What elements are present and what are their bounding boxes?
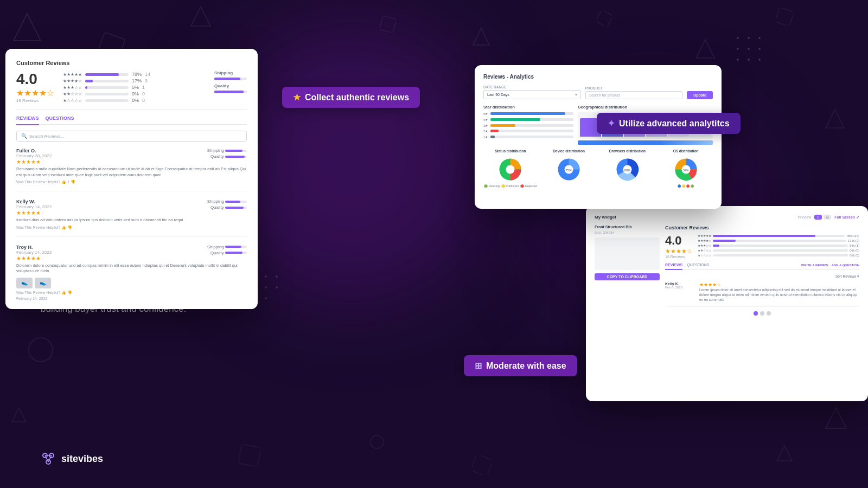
svg-marker-6 bbox=[696, 40, 714, 58]
analytics-apply-btn[interactable]: Update bbox=[687, 91, 713, 99]
svg-rect-7 bbox=[776, 8, 793, 25]
svg-marker-13 bbox=[12, 408, 26, 422]
reviews-divider-1 bbox=[16, 110, 247, 110]
deco-shape-18 bbox=[776, 445, 793, 462]
svg-marker-0 bbox=[14, 14, 41, 41]
search-placeholder-text: Search Reviews... bbox=[29, 134, 64, 139]
device-dist: Device distribution 75% bbox=[542, 149, 596, 188]
bar-row-1: ★☆☆☆☆ 0%0 bbox=[63, 98, 206, 103]
widget-review-stars: ★★★★☆ bbox=[699, 282, 859, 287]
status-title: Status distribution bbox=[495, 149, 526, 153]
svg-rect-16 bbox=[472, 455, 492, 475]
review-item-2: Kelly W. February 14, 2022 Shipping Qual… bbox=[16, 199, 247, 237]
review-text-3: Dolorem dolore consequatur und ad compas… bbox=[16, 263, 247, 274]
browser-title: Browsers distribution bbox=[609, 149, 646, 153]
widget-title: My Widget bbox=[595, 215, 616, 220]
screenshot-widget: My Widget Preview D M Full Screen ⤢ Fron… bbox=[586, 206, 868, 401]
review-date-3: February 14, 2022 bbox=[16, 297, 247, 300]
svg-text:80%: 80% bbox=[624, 169, 630, 172]
write-review-btn[interactable]: WRITE A REVIEW bbox=[801, 264, 828, 267]
screenshot-analytics: Reviews - Analytics DATE RANGE Last 90 D… bbox=[475, 65, 722, 209]
badge-collect-label: Collect authentic reviews bbox=[305, 93, 409, 102]
copy-to-clipboard-btn[interactable]: COPY TO CLIPBOARD bbox=[595, 273, 660, 280]
deco-shape-16 bbox=[369, 434, 385, 450]
filter-product-label: PRODUCT bbox=[585, 86, 683, 90]
ask-question-btn[interactable]: ASK A QUESTION bbox=[832, 264, 859, 267]
star-dist-title: Star distribution bbox=[483, 105, 573, 110]
reviews-stars: ★★★★☆ bbox=[16, 88, 54, 98]
filter-date-value[interactable]: Last 90 Days ▾ bbox=[483, 90, 581, 99]
review-image-2: 👟 bbox=[35, 278, 51, 288]
helpful-3: Was This Review Helpful? 👍 👎 bbox=[16, 291, 247, 295]
page-dot-2[interactable] bbox=[760, 311, 764, 316]
widget-preview-label: Preview bbox=[797, 215, 811, 219]
page-dot-1[interactable] bbox=[754, 311, 758, 316]
helpful-2: Was This Review Helpful? 👍 👎 bbox=[16, 226, 247, 230]
review-item-3: Troy H. February 14, 2022 Shipping Quali… bbox=[16, 245, 247, 307]
widget-toggle[interactable]: D M bbox=[814, 215, 831, 220]
reviews-tabs: REVIEWS QUESTIONS bbox=[16, 115, 247, 125]
deco-shape-1 bbox=[11, 11, 43, 43]
svg-rect-3 bbox=[380, 16, 396, 33]
widget-product-img bbox=[595, 237, 660, 270]
deco-shape-17 bbox=[472, 455, 492, 475]
review-text-1: Recusandis nulla cupiditate Nam perferen… bbox=[16, 166, 247, 178]
badge-collect: ★ Collect authentic reviews bbox=[282, 87, 420, 108]
reviews-count: 18 Reviews bbox=[16, 98, 54, 103]
screenshot-reviews: Customer Reviews 4.0 ★★★★☆ 18 Reviews ★★… bbox=[5, 49, 258, 309]
svg-text:54%: 54% bbox=[683, 169, 689, 172]
deco-shape-15 bbox=[239, 445, 260, 466]
badge-collect-icon: ★ bbox=[293, 92, 301, 102]
widget-tab-reviews[interactable]: REVIEWS bbox=[665, 263, 682, 270]
os-title: OS distribution bbox=[673, 149, 699, 153]
review-stars-3: ★★★★★ bbox=[16, 255, 247, 261]
reviewer-name-2: Kelly W. bbox=[16, 199, 52, 204]
logo-text: sitevibes bbox=[61, 453, 103, 465]
svg-rect-14 bbox=[239, 445, 260, 466]
review-text-2: Incidunt dius ad voluptatem aaspa Ipsum … bbox=[16, 217, 247, 223]
tab-questions[interactable]: QUESTIONS bbox=[46, 115, 74, 121]
tab-reviews[interactable]: REVIEWS bbox=[16, 115, 39, 125]
reviews-search[interactable]: 🔍 Search Reviews... bbox=[16, 131, 247, 142]
pagination bbox=[665, 311, 859, 316]
deco-dots-1 bbox=[732, 33, 776, 76]
reviewer-name-3: Troy H. bbox=[16, 245, 52, 250]
widget-section-1: Front Structured Bib bbox=[595, 225, 660, 229]
svg-point-12 bbox=[29, 338, 53, 362]
device-pie: 75% bbox=[554, 155, 584, 184]
widget-reviews-title: Customer Reviews bbox=[665, 225, 859, 230]
device-title: Device distribution bbox=[553, 149, 585, 153]
filter-product-input[interactable]: Search for product bbox=[585, 91, 683, 99]
svg-marker-4 bbox=[473, 28, 489, 45]
deco-shape-4 bbox=[380, 16, 396, 33]
svg-marker-18 bbox=[826, 408, 846, 428]
svg-point-22 bbox=[737, 37, 739, 39]
bar-row-5: ★★★★★ 78%14 bbox=[63, 72, 206, 77]
browser-dist: Browsers distribution 80% bbox=[601, 149, 655, 188]
widget-sku: SKU: 234234 bbox=[595, 231, 660, 234]
widget-stars: ★★★★☆ bbox=[665, 248, 692, 255]
review-image-1: 👟 bbox=[16, 278, 33, 288]
reviewer-date-1: February 28, 2022 bbox=[16, 153, 52, 158]
widget-rating: 4.0 bbox=[665, 234, 692, 248]
widget-tab-questions[interactable]: QUESTIONS bbox=[687, 263, 709, 267]
sort-reviews[interactable]: Sort Reviews ▾ bbox=[835, 274, 859, 279]
svg-point-28 bbox=[737, 59, 739, 61]
svg-point-25 bbox=[737, 48, 739, 50]
review-stars-2: ★★★★★ bbox=[16, 210, 247, 216]
reviewer-date-3: February 14, 2022 bbox=[16, 250, 52, 255]
svg-point-52 bbox=[506, 165, 515, 174]
reviews-title: Customer Reviews bbox=[16, 60, 247, 66]
badge-moderate-icon: ⊞ bbox=[475, 361, 482, 371]
svg-text:75%: 75% bbox=[566, 169, 573, 172]
bar-row-3: ★★★☆☆ 5%1 bbox=[63, 85, 206, 90]
reviews-overall-rating: 4.0 bbox=[16, 70, 54, 88]
widget-review-item: Kelly K. Feb 8, 2022 ★★★★☆ Lorem ipsum d… bbox=[665, 282, 859, 307]
page-dot-3[interactable] bbox=[767, 311, 771, 316]
widget-review-text: Lorem ipsum dolor sit amet consectetur a… bbox=[699, 287, 859, 302]
analytics-title: Reviews - Analytics bbox=[483, 74, 713, 80]
filter-date-label: DATE RANGE bbox=[483, 85, 581, 89]
helpful-1: Was This Review Helpful? 👍 1 👎 bbox=[16, 180, 247, 184]
deco-shape-8 bbox=[776, 8, 793, 25]
full-screen-btn[interactable]: Full Screen ⤢ bbox=[834, 215, 859, 220]
